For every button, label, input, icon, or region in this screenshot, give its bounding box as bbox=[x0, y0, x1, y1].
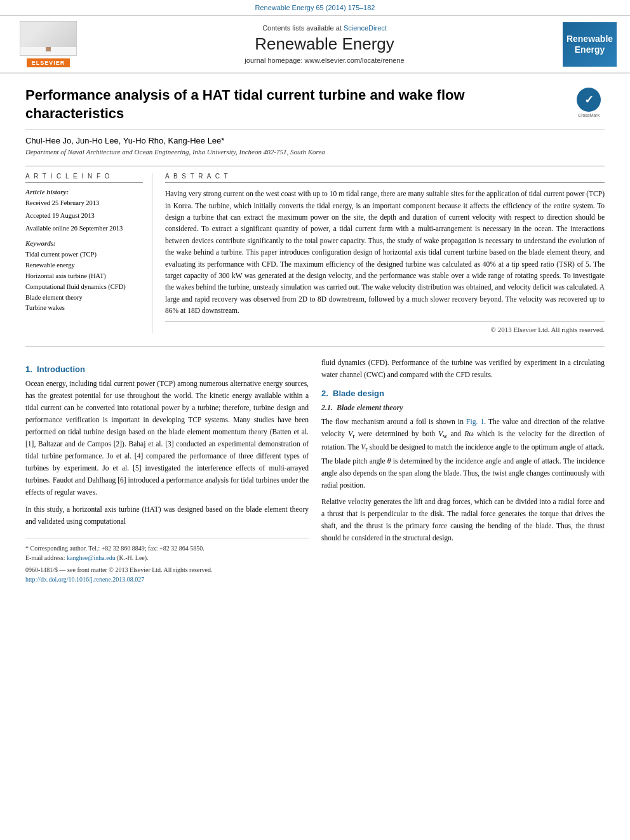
paper-title: Performance analysis of a HAT tidal curr… bbox=[25, 86, 560, 123]
re-logo-line2: Energy bbox=[575, 44, 605, 55]
section2-1-heading: 2.1. Blade element theory bbox=[321, 403, 605, 413]
main-content: Performance analysis of a HAT tidal curr… bbox=[0, 74, 630, 597]
keyword-4: Computational fluid dynamics (CFD) bbox=[25, 282, 143, 293]
svg-point-4 bbox=[30, 36, 36, 41]
svg-point-5 bbox=[62, 34, 65, 38]
keyword-2: Renewable energy bbox=[25, 260, 143, 271]
doi-link[interactable]: http://dx.doi.org/10.1016/j.renene.2013.… bbox=[25, 576, 144, 583]
received-date: Received 25 February 2013 bbox=[25, 198, 143, 208]
section2-heading: 2. Blade design bbox=[321, 389, 605, 398]
email-link[interactable]: kanghee@inha.edu bbox=[67, 554, 116, 561]
journal-logo-right: Renewable Energy bbox=[563, 21, 620, 67]
section1-right-para1: fluid dynamics (CFD). Performance of the… bbox=[321, 357, 605, 381]
body-content: 1. Introduction Ocean energy, including … bbox=[25, 357, 605, 584]
journal-title: Renewable Energy bbox=[255, 34, 394, 54]
elsevier-logo-image bbox=[20, 21, 77, 56]
section2-1-para2: Relative velocity generates the lift and… bbox=[321, 496, 605, 544]
renewable-energy-logo: Renewable Energy bbox=[563, 22, 617, 67]
sciencedirect-link[interactable]: ScienceDirect bbox=[344, 24, 387, 32]
copyright-line: © 2013 Elsevier Ltd. All rights reserved… bbox=[165, 321, 605, 333]
journal-header: ELSEVIER Contents lists available at Sci… bbox=[0, 16, 630, 74]
article-info-column: A R T I C L E I N F O Article history: R… bbox=[25, 173, 152, 333]
body-col-left: 1. Introduction Ocean energy, including … bbox=[25, 357, 309, 584]
available-online: Available online 26 September 2013 bbox=[25, 223, 143, 234]
contents-available-line: Contents lists available at ScienceDirec… bbox=[262, 24, 387, 32]
crossmark-label: CrossMark bbox=[578, 113, 600, 117]
authors-line: Chul-Hee Jo, Jun-Ho Lee, Yu-Ho Rho, Kang… bbox=[25, 136, 605, 145]
elsevier-logo-area: ELSEVIER bbox=[10, 21, 86, 67]
homepage-line: journal homepage: www.elsevier.com/locat… bbox=[245, 57, 404, 64]
fig1-link[interactable]: Fig. 1 bbox=[466, 418, 484, 425]
keywords-list: Tidal current power (TCP) Renewable ener… bbox=[25, 250, 143, 314]
top-bar: Renewable Energy 65 (2014) 175–182 bbox=[0, 0, 630, 16]
footnotes-section: * Corresponding author. Tel.: +82 32 860… bbox=[25, 538, 309, 584]
section2-1-para1: The flow mechanism around a foil is show… bbox=[321, 416, 605, 491]
body-col-right: fluid dynamics (CFD). Performance of the… bbox=[321, 357, 605, 584]
abstract-label: A B S T R A C T bbox=[165, 173, 605, 183]
section1-para2: In this study, a horizontal axis turbine… bbox=[25, 503, 309, 528]
abstract-column: A B S T R A C T Having very strong curre… bbox=[165, 173, 605, 333]
abstract-text: Having very strong current on the west c… bbox=[165, 188, 605, 316]
section-divider bbox=[25, 346, 605, 347]
crossmark-icon: ✓ bbox=[577, 88, 601, 112]
svg-marker-1 bbox=[39, 26, 57, 40]
svg-marker-2 bbox=[37, 32, 60, 46]
journal-reference: Renewable Energy 65 (2014) 175–182 bbox=[255, 4, 375, 11]
section1-heading: 1. Introduction bbox=[25, 364, 309, 374]
svg-rect-3 bbox=[46, 46, 51, 51]
article-info-abstract-section: A R T I C L E I N F O Article history: R… bbox=[25, 166, 605, 333]
journal-header-center: Contents lists available at ScienceDirec… bbox=[93, 21, 556, 67]
elsevier-logo: ELSEVIER bbox=[20, 21, 77, 67]
affiliation-line: Department of Naval Architecture and Oce… bbox=[25, 148, 605, 156]
affiliation: Department of Naval Architecture and Oce… bbox=[25, 148, 325, 156]
re-logo-line1: Renewable bbox=[566, 34, 613, 44]
accepted-date: Accepted 19 August 2013 bbox=[25, 211, 143, 221]
keyword-5: Blade element theory bbox=[25, 293, 143, 303]
article-history-label: Article history: bbox=[25, 188, 143, 196]
footnote-doi: http://dx.doi.org/10.1016/j.renene.2013.… bbox=[25, 575, 309, 584]
section1-para1: Ocean energy, including tidal current po… bbox=[25, 378, 309, 498]
keyword-3: Horizontal axis turbine (HAT) bbox=[25, 271, 143, 282]
keyword-1: Tidal current power (TCP) bbox=[25, 250, 143, 260]
paper-title-section: Performance analysis of a HAT tidal curr… bbox=[25, 86, 605, 130]
footnote-email: E-mail address: kanghee@inha.edu (K.-H. … bbox=[25, 553, 309, 563]
keyword-6: Turbine wakes bbox=[25, 303, 143, 314]
elsevier-badge: ELSEVIER bbox=[27, 58, 70, 67]
authors: Chul-Hee Jo, Jun-Ho Lee, Yu-Ho Rho, Kang… bbox=[25, 136, 224, 145]
crossmark-badge: ✓ CrossMark bbox=[573, 86, 605, 118]
keywords-label: Keywords: bbox=[25, 239, 143, 247]
footnote-corresponding: * Corresponding author. Tel.: +82 32 860… bbox=[25, 543, 309, 553]
footnote-issn: 0960-1481/$ — see front matter © 2013 El… bbox=[25, 565, 309, 575]
article-info-label: A R T I C L E I N F O bbox=[25, 173, 143, 183]
